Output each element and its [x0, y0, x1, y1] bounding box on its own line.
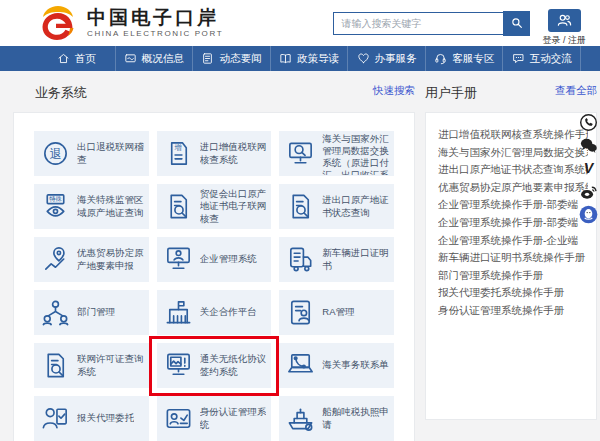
doc-search-icon	[285, 191, 316, 222]
nav-item-support[interactable]: 客服专区	[425, 46, 503, 71]
manual-link[interactable]: 部门管理系统操作手册	[438, 267, 588, 285]
card-label: 海关与国家外汇管理局数据交换系统（原进口付汇、出口收汇系统）	[322, 133, 389, 175]
doc-search-icon-wrap	[284, 191, 317, 222]
doc-search-icon-wrap	[162, 191, 195, 222]
logo[interactable]: 中国电子口岸 CHINA ELECTRONIC PORT	[38, 4, 223, 42]
share-whatsapp-button[interactable]	[578, 112, 599, 133]
card-special-zone-origin-query[interactable]: 海关特殊监管区域原产地证查询	[34, 184, 149, 229]
card-label: 海关特殊监管区域原产地证查询	[77, 194, 144, 218]
card-origin-cert-status-query[interactable]: 进出口原产地证书状态查询	[279, 184, 394, 229]
users-icon	[556, 12, 573, 29]
card-label: 进出口原产地证书状态查询	[322, 194, 389, 218]
nav-item-news[interactable]: 动态要闻	[192, 46, 270, 71]
nav-item-home[interactable]: 首页	[38, 46, 115, 71]
card-label: 贸促会出口原产地证书电子联网核查	[200, 188, 267, 224]
laptop-phone-icon-wrap	[284, 350, 317, 381]
laptop-phone-icon	[285, 350, 316, 381]
view-all-link[interactable]: 查看全部	[555, 84, 597, 98]
manual-link[interactable]: 身份认证管理系统操作手册	[438, 302, 588, 320]
manual-link[interactable]: 企业管理系统操作手册-部委端	[438, 214, 588, 232]
nav-item-overview[interactable]: 概况信息	[115, 46, 193, 71]
card-paperless-agreement-signing[interactable]: 通关无纸化协议签约系统	[157, 343, 272, 388]
whatsapp-icon	[579, 113, 598, 132]
home-icon	[57, 52, 70, 65]
card-label: 联网许可证查询系统	[77, 353, 144, 377]
card-network-license-query[interactable]: 联网许可证查询系统	[34, 343, 149, 388]
card-label: 新车辆进口证明书	[322, 247, 389, 271]
monitor-user-icon-wrap	[162, 244, 195, 275]
doc-search-icon	[163, 191, 194, 222]
card-identity-auth-management[interactable]: 身份认证管理系统	[157, 396, 272, 441]
user-manual-list: 进口增值税联网核查系统操作手册海关与国家外汇管理局数据交换系进出口原产地证书状态…	[438, 126, 588, 320]
card-department-management[interactable]: 部门管理	[34, 290, 149, 335]
v-icon	[579, 159, 598, 178]
quick-search-link[interactable]: 快速搜索	[373, 84, 415, 98]
manual-link[interactable]: 海关与国家外汇管理局数据交换系	[438, 144, 588, 162]
card-label: 关企合作平台	[200, 306, 257, 318]
manual-link[interactable]: 进出口原产地证书状态查询系统操	[438, 161, 588, 179]
card-new-vehicle-import-cert[interactable]: 新车辆进口证明书	[279, 237, 394, 282]
user-manual-title: 用户手册	[425, 84, 477, 102]
user-manual-section: 用户手册 查看全部 进口增值税联网核查系统操作手册海关与国家外汇管理局数据交换系…	[425, 84, 597, 441]
nav-item-label: 首页	[75, 52, 96, 66]
zeng-doc-icon	[163, 138, 194, 169]
nav-spacer	[580, 46, 600, 71]
map-pin-icon-wrap	[39, 244, 72, 275]
monitor-search-icon-wrap	[284, 138, 317, 169]
special-eye-icon	[40, 191, 71, 222]
id-card-icon	[163, 403, 194, 434]
doc-search-icon	[40, 350, 71, 381]
service-icon	[357, 52, 370, 65]
qq-icon	[579, 205, 598, 224]
login-button[interactable]	[548, 9, 581, 32]
card-ccpit-origin-cert-check[interactable]: 贸促会出口原产地证书电子联网核查	[157, 184, 272, 229]
truck-doc-icon-wrap	[284, 244, 317, 275]
search-input[interactable]	[333, 12, 503, 35]
tui-badge-icon	[40, 138, 71, 169]
share-v-button[interactable]	[578, 158, 599, 179]
nav-item-policy[interactable]: 政策导读	[270, 46, 348, 71]
card-preferential-trade-origin-declare[interactable]: 优惠贸易协定原产地要素申报	[34, 237, 149, 282]
card-export-tax-rebate-check[interactable]: 出口退税联网稽查	[34, 131, 149, 176]
logo-subtitle: CHINA ELECTRONIC PORT	[87, 29, 223, 38]
building-flag-icon	[163, 297, 194, 328]
doc-user-icon-wrap	[284, 297, 317, 328]
share-wechat-button[interactable]	[578, 135, 599, 156]
card-label: 身份认证管理系统	[200, 406, 267, 430]
manual-link[interactable]: 企业管理系统操作手册-企业端	[438, 232, 588, 250]
manual-link[interactable]: 新车辆进口证明书系统操作手册	[438, 249, 588, 267]
manual-link[interactable]: 优惠贸易协定原产地要素申报系统	[438, 179, 588, 197]
card-ra-management[interactable]: RA管理	[279, 290, 394, 335]
card-ship-tonnage-tax-apply[interactable]: 船舶吨税执照申请	[279, 396, 394, 441]
wechat-icon	[579, 136, 598, 155]
chat-icon	[512, 52, 525, 65]
card-label: 出口退税联网稽查	[77, 141, 144, 165]
card-customs-declaration-agency[interactable]: 报关代理委托	[34, 396, 149, 441]
card-customs-enterprise-cooperation[interactable]: 关企合作平台	[157, 290, 272, 335]
manual-link[interactable]: 企业管理系统操作手册-部委端	[438, 196, 588, 214]
manual-link[interactable]: 进口增值税联网核查系统操作手册	[438, 126, 588, 144]
org-chart-icon-wrap	[39, 297, 72, 328]
logo-emblem	[38, 4, 78, 42]
monitor-search-icon	[285, 138, 316, 169]
share-rail	[578, 112, 599, 225]
id-card-icon-wrap	[162, 403, 195, 434]
card-label: 船舶吨税执照申请	[322, 406, 389, 430]
org-chart-icon	[40, 297, 71, 328]
card-enterprise-management[interactable]: 企业管理系统	[157, 237, 272, 282]
login-area: 登录 / 注册	[542, 9, 586, 47]
user-clipboard-icon-wrap	[39, 403, 72, 434]
card-label: 进口增值税联网核查系统	[200, 141, 267, 165]
monitor-sign-icon	[163, 350, 194, 381]
search-button[interactable]	[503, 11, 530, 36]
ship-icon	[285, 403, 316, 434]
manual-link[interactable]: 报关代理委托系统操作手册	[438, 284, 588, 302]
card-customs-affairs-contact[interactable]: 海关事务联系单	[279, 343, 394, 388]
nav-item-chat[interactable]: 互动交流	[502, 46, 580, 71]
nav-item-service[interactable]: 办事服务	[347, 46, 425, 71]
share-weibo-button[interactable]	[578, 181, 599, 202]
card-customs-safe-data-exchange[interactable]: 海关与国家外汇管理局数据交换系统（原进口付汇、出口收汇系统）	[279, 131, 394, 176]
card-import-vat-network-check[interactable]: 进口增值税联网核查系统	[157, 131, 272, 176]
share-qq-button[interactable]	[578, 204, 599, 225]
business-systems-grid: 出口退税联网稽查进口增值税联网核查系统海关与国家外汇管理局数据交换系统（原进口付…	[13, 112, 415, 441]
